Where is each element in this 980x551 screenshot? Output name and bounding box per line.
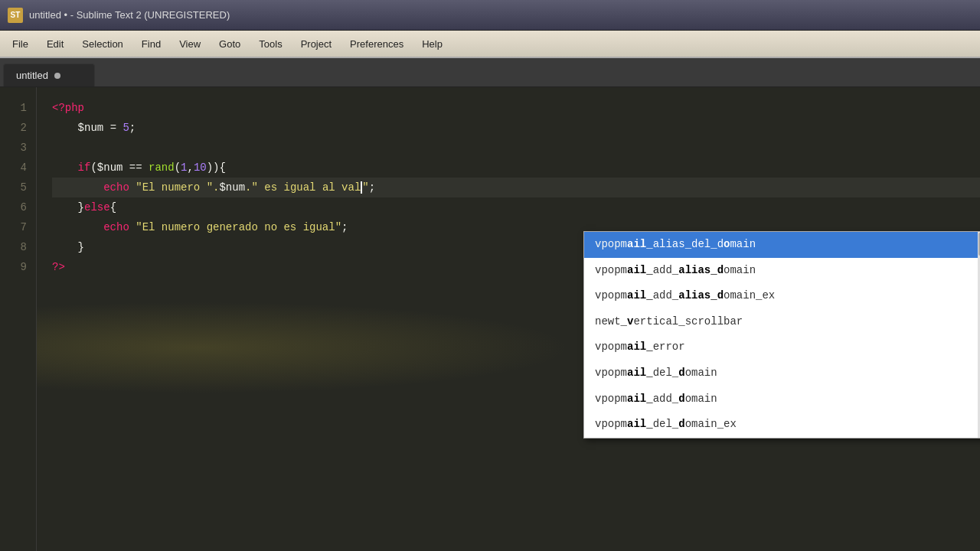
line-number: 1 <box>12 98 27 118</box>
code-line-3 <box>52 138 980 158</box>
menu-help[interactable]: Help <box>413 34 452 54</box>
autocomplete-dropdown[interactable]: vpopmail_alias_del_domain vpopmail_add_a… <box>583 231 980 439</box>
menu-view[interactable]: View <box>170 34 210 54</box>
code-line-2: $num = 5; <box>52 118 980 138</box>
menu-selection[interactable]: Selection <box>73 34 132 54</box>
gutter-highlight <box>37 302 573 393</box>
autocomplete-item-0[interactable]: vpopmail_alias_del_domain <box>584 232 980 258</box>
autocomplete-item-6[interactable]: vpopmail_add_domain <box>584 386 980 412</box>
tab-untitled[interactable]: untitled <box>3 64 95 86</box>
line-number: 3 <box>12 138 27 158</box>
code-editor[interactable]: <?php $num = 5; if($num == rand(1,10)){ … <box>37 87 980 551</box>
line-number: 6 <box>12 197 27 217</box>
code-line-1: <?php <box>52 98 980 118</box>
line-number: 2 <box>12 118 27 138</box>
title-bar-text: untitled • - Sublime Text 2 (UNREGISTERE… <box>29 9 230 21</box>
autocomplete-item-7[interactable]: vpopmail_del_domain_ex <box>584 412 980 438</box>
tab-modified-indicator <box>54 73 60 79</box>
autocomplete-item-3[interactable]: newt_vertical_scrollbar <box>584 309 980 335</box>
menu-bar: File Edit Selection Find View Goto Tools… <box>0 31 980 58</box>
tab-label: untitled <box>16 70 48 81</box>
menu-goto[interactable]: Goto <box>210 34 250 54</box>
autocomplete-item-4[interactable]: vpopmail_error <box>584 334 980 360</box>
line-number: 9 <box>12 257 27 277</box>
tab-bar: untitled <box>0 58 980 87</box>
menu-tools[interactable]: Tools <box>250 34 291 54</box>
menu-find[interactable]: Find <box>132 34 170 54</box>
autocomplete-item-2[interactable]: vpopmail_add_alias_domain_ex <box>584 283 980 309</box>
menu-preferences[interactable]: Preferences <box>341 34 413 54</box>
app-icon: ST <box>8 8 23 23</box>
autocomplete-item-5[interactable]: vpopmail_del_domain <box>584 360 980 386</box>
editor-area: 1 2 3 4 5 6 7 8 9 <?php $num = 5; if($nu… <box>0 87 980 551</box>
line-number: 8 <box>12 237 27 257</box>
line-number: 5 <box>12 178 27 197</box>
line-number: 4 <box>12 158 27 178</box>
title-bar: ST untitled • - Sublime Text 2 (UNREGIST… <box>0 0 980 31</box>
menu-project[interactable]: Project <box>292 34 341 54</box>
line-numbers: 1 2 3 4 5 6 7 8 9 <box>0 87 37 551</box>
menu-file[interactable]: File <box>3 34 38 54</box>
code-line-4: if($num == rand(1,10)){ <box>52 158 980 178</box>
autocomplete-item-1[interactable]: vpopmail_add_alias_domain <box>584 258 980 284</box>
code-line-6: }else{ <box>52 197 980 217</box>
menu-edit[interactable]: Edit <box>38 34 73 54</box>
code-line-5: echo "El numero ".$num." es igual al val… <box>52 178 980 197</box>
line-number: 7 <box>12 217 27 237</box>
